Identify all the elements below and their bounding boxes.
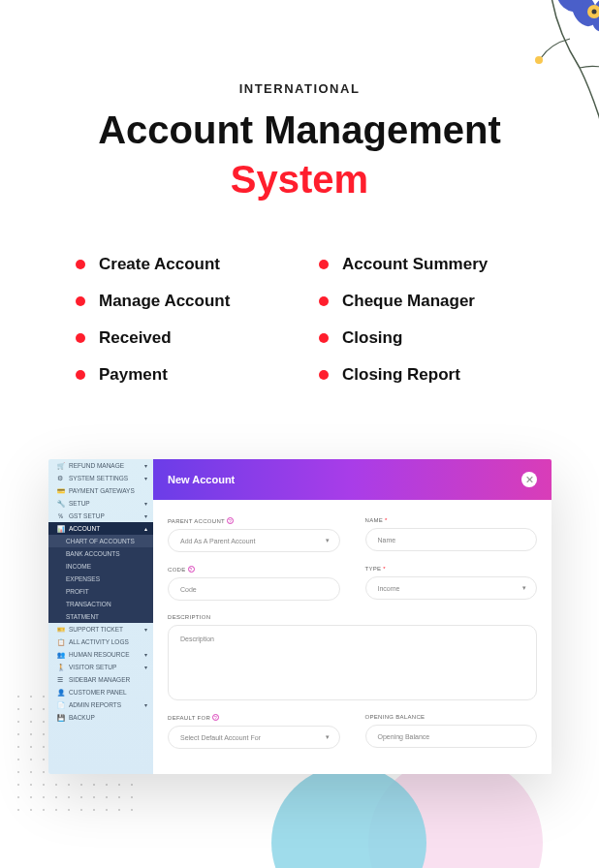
sidebar-sub-bank-accounts[interactable]: BANK ACCOUNTS <box>48 547 153 560</box>
modal-form: PARENT ACCOUNT? Add As A Parent Account … <box>153 500 552 774</box>
visitor-icon: 🚶 <box>57 664 64 670</box>
sidebar-item-refund-manage[interactable]: 🛒REFUND MANAGE▾ <box>48 459 153 472</box>
feature-label: Closing <box>342 328 402 348</box>
sidebar-sub-label: INCOME <box>66 563 91 570</box>
sidebar-sub-chart-of-accounts[interactable]: CHART OF ACCOUNTS <box>48 535 153 547</box>
sidebar-sub-profit[interactable]: PROFIT <box>48 585 153 598</box>
label-parent-account: PARENT ACCOUNT? <box>168 517 340 524</box>
card-icon: 💳 <box>57 487 64 494</box>
input-name[interactable]: Name <box>365 528 538 551</box>
chevron-down-icon: ▾ <box>144 475 147 481</box>
hero-title-line2: System <box>0 152 599 206</box>
chevron-down-icon: ▾ <box>144 512 147 519</box>
sidebar-item-setup[interactable]: 🔧SETUP▾ <box>48 497 153 510</box>
bullet-icon <box>76 260 85 269</box>
sidebar-sub-transaction[interactable]: TRANSACTION <box>48 598 153 610</box>
sidebar-item-label: HUMAN RESOURCE <box>69 651 129 658</box>
sidebar-item-label: CUSTOMER PANEL <box>69 689 127 696</box>
sidebar-item-label: VISITOR SETUP <box>69 664 116 670</box>
sidebar-sub-statement[interactable]: STATMENT <box>48 610 153 623</box>
sidebar-item-admin-reports[interactable]: 📄ADMIN REPORTS▾ <box>48 698 153 711</box>
feature-label: Closing Report <box>342 365 460 385</box>
sidebar-item-account[interactable]: 📊ACCOUNT▴ <box>48 522 153 535</box>
sidebar-item-system-settings[interactable]: ⚙SYSTEM SETTINGS▾ <box>48 472 153 484</box>
sidebar-item-payment-gateways[interactable]: 💳PAYMENT GATEWAYS <box>48 484 153 497</box>
chevron-down-icon: ▾ <box>144 626 147 633</box>
sidebar-item-label: ACCOUNT <box>69 525 100 532</box>
placeholder-text: Opening Balance <box>378 733 430 740</box>
feature-label: Payment <box>99 365 168 385</box>
bullet-icon <box>319 296 329 306</box>
backup-icon: 💾 <box>57 714 64 721</box>
feature-item: Manage Account <box>76 292 280 311</box>
sidebar-item-human-resource[interactable]: 👥HUMAN RESOURCE▾ <box>48 648 153 661</box>
people-icon: 👥 <box>57 651 64 658</box>
wrench-icon: 🔧 <box>57 500 64 507</box>
select-type[interactable]: Income <box>365 576 538 600</box>
sidebar-sub-expenses[interactable]: EXPENSES <box>48 573 153 585</box>
sidebar-sub-label: CHART OF ACCOUNTS <box>66 538 135 544</box>
sidebar-item-label: REFUND MANAGE <box>69 462 124 469</box>
ticket-icon: 🎫 <box>57 626 64 633</box>
select-parent-account[interactable]: Add As A Parent Account <box>168 529 340 552</box>
input-opening-balance[interactable]: Opening Balance <box>365 725 538 748</box>
sidebar-sub-label: STATMENT <box>66 613 99 620</box>
sidebar-sub-label: EXPENSES <box>66 575 100 582</box>
gear-icon: ⚙ <box>57 475 64 481</box>
sidebar-item-support-ticket[interactable]: 🎫SUPPORT TICKET▾ <box>48 623 153 636</box>
placeholder-text: Name <box>378 537 396 543</box>
placeholder-text: Description <box>180 636 214 642</box>
feature-label: Manage Account <box>99 292 230 311</box>
sidebar-item-gst-setup[interactable]: ％GST SETUP▾ <box>48 510 153 522</box>
select-value: Add As A Parent Account <box>180 538 255 544</box>
sidebar-sub-label: PROFIT <box>66 588 89 595</box>
feature-list: Create Account Manage Account Received P… <box>0 206 599 402</box>
sidebar-sub-label: BANK ACCOUNTS <box>66 550 120 557</box>
user-icon: 👤 <box>57 689 64 696</box>
modal-header: New Account <box>153 459 552 500</box>
select-value: Income <box>378 585 400 592</box>
sidebar-item-customer-panel[interactable]: 👤CUSTOMER PANEL <box>48 686 153 698</box>
info-icon[interactable]: ? <box>227 517 234 524</box>
sidebar-item-backup[interactable]: 💾BACKUP <box>48 711 153 724</box>
sidebar-item-sidebar-manager[interactable]: ☰SIDEBAR MANAGER <box>48 673 153 686</box>
bullet-icon <box>76 296 85 306</box>
feature-item: Closing Report <box>319 365 523 385</box>
label-default-for: DEFAULT FOR? <box>168 714 340 721</box>
feature-label: Account Summery <box>342 255 488 274</box>
select-value: Select Default Account For <box>180 734 261 741</box>
feature-item: Received <box>76 328 280 348</box>
textarea-description[interactable]: Description <box>168 625 537 700</box>
sidebar-sub-income[interactable]: INCOME <box>48 560 153 573</box>
close-button[interactable] <box>521 472 537 487</box>
feature-item: Account Summery <box>319 255 523 274</box>
chevron-down-icon: ▾ <box>144 500 147 507</box>
chevron-down-icon: ▾ <box>144 664 147 670</box>
sidebar-item-visitor-setup[interactable]: 🚶VISITOR SETUP▾ <box>48 661 153 673</box>
feature-item: Cheque Manager <box>319 292 523 311</box>
select-default-for[interactable]: Select Default Account For <box>168 726 340 749</box>
list-icon: 📋 <box>57 638 64 645</box>
label-name: NAME * <box>365 517 538 523</box>
placeholder-text: Code <box>180 586 197 593</box>
sidebar-item-label: SUPPORT TICKET <box>69 626 123 633</box>
account-icon: 📊 <box>57 525 64 532</box>
modal-new-account: New Account PARENT ACCOUNT? Add As A Par… <box>153 459 552 774</box>
sidebar-item-activity-logs[interactable]: 📋ALL ACTIVITY LOGS <box>48 636 153 648</box>
label-code: CODE? <box>168 566 340 573</box>
report-icon: 📄 <box>57 701 64 708</box>
app-screenshot: 🛒REFUND MANAGE▾ ⚙SYSTEM SETTINGS▾ 💳PAYME… <box>48 459 552 774</box>
bullet-icon <box>319 370 329 380</box>
chevron-up-icon: ▴ <box>144 525 147 532</box>
input-code[interactable]: Code <box>168 577 340 601</box>
label-opening-balance: OPENING BALANCE <box>365 714 538 720</box>
percent-icon: ％ <box>57 512 64 519</box>
bullet-icon <box>76 370 85 380</box>
info-icon[interactable]: ? <box>212 714 219 721</box>
sidebar-item-label: ALL ACTIVITY LOGS <box>69 638 129 645</box>
close-icon <box>525 476 533 483</box>
cart-icon: 🛒 <box>57 462 64 469</box>
info-icon[interactable]: ? <box>188 566 195 573</box>
chevron-down-icon: ▾ <box>144 701 147 708</box>
hero-section: INTERNATIONAL Account Management System <box>0 0 599 206</box>
